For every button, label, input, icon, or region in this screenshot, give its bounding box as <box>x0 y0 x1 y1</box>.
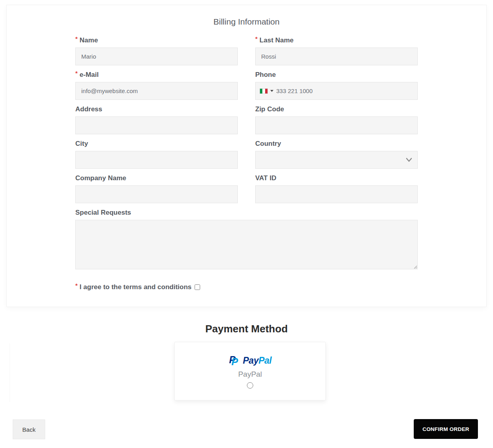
country-field-group: Country <box>255 140 418 169</box>
vat-field-group: VAT ID <box>255 175 418 203</box>
phone-field-group: Phone <box>255 71 418 100</box>
payment-method-title: Payment Method <box>0 323 493 335</box>
chevron-down-icon <box>406 157 412 163</box>
vat-label: VAT ID <box>255 175 418 181</box>
required-asterisk: * <box>75 282 78 289</box>
required-asterisk: * <box>75 70 78 76</box>
billing-title: Billing Information <box>7 17 486 27</box>
address-field-group: Address <box>75 106 238 134</box>
dropdown-caret-icon <box>270 90 273 92</box>
paypal-monogram-icon: P P <box>229 354 241 367</box>
last-name-label: *Last Name <box>255 37 418 44</box>
paypal-method-card[interactable]: P P PayPal PayPal <box>174 342 326 400</box>
paypal-wordmark: PayPal <box>243 355 271 366</box>
company-field-group: Company Name <box>75 175 238 203</box>
country-label: Country <box>255 140 418 147</box>
phone-label: Phone <box>255 71 418 78</box>
name-input[interactable] <box>75 48 238 65</box>
back-button[interactable]: Back <box>13 419 45 439</box>
city-label: City <box>75 140 238 147</box>
paypal-logo: P P PayPal <box>229 354 271 367</box>
billing-form: *Name *Last Name *e-Mail Phone <box>75 37 418 291</box>
zip-input[interactable] <box>255 116 418 134</box>
paypal-radio[interactable] <box>247 382 253 389</box>
name-field-group: *Name <box>75 37 238 65</box>
payment-area-divider <box>10 343 10 402</box>
svg-text:P: P <box>231 356 238 367</box>
terms-checkbox[interactable] <box>195 284 200 290</box>
address-input[interactable] <box>75 116 238 134</box>
city-input[interactable] <box>75 151 238 169</box>
paypal-method-name: PayPal <box>238 370 262 379</box>
special-requests-label: Special Requests <box>75 209 418 216</box>
last-name-field-group: *Last Name <box>255 37 418 65</box>
vat-input[interactable] <box>255 185 418 203</box>
required-asterisk: * <box>255 35 258 42</box>
confirm-order-button[interactable]: CONFIRM ORDER <box>414 419 478 439</box>
phone-input-wrapper <box>255 82 418 100</box>
terms-label: *I agree to the terms and conditions <box>75 283 191 291</box>
email-field-group: *e-Mail <box>75 71 238 100</box>
italy-flag-icon <box>260 88 268 94</box>
address-label: Address <box>75 106 238 112</box>
country-code-dropdown[interactable] <box>260 88 273 94</box>
city-field-group: City <box>75 140 238 169</box>
company-label: Company Name <box>75 175 238 181</box>
special-requests-field-group: Special Requests <box>75 209 418 269</box>
terms-row: *I agree to the terms and conditions <box>75 283 418 291</box>
required-asterisk: * <box>75 35 78 42</box>
zip-label: Zip Code <box>255 106 418 112</box>
special-requests-textarea[interactable] <box>75 220 418 269</box>
country-select[interactable] <box>255 151 418 169</box>
name-label: *Name <box>75 37 238 44</box>
phone-input[interactable] <box>276 82 413 99</box>
email-label: *e-Mail <box>75 71 238 78</box>
last-name-input[interactable] <box>255 48 418 65</box>
zip-field-group: Zip Code <box>255 106 418 134</box>
email-input[interactable] <box>75 82 238 100</box>
company-input[interactable] <box>75 185 238 203</box>
billing-panel: Billing Information *Name *Last Name *e-… <box>6 5 487 307</box>
